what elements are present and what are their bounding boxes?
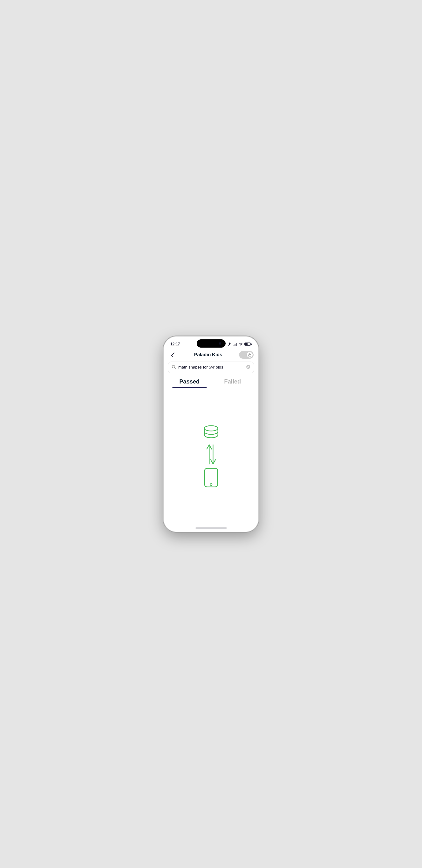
back-chevron-icon [171, 352, 176, 357]
home-indicator [164, 525, 258, 532]
dynamic-island-camera [219, 342, 221, 345]
back-button[interactable] [168, 350, 177, 359]
mobile-phone-icon [203, 467, 220, 488]
search-input[interactable]: math shapes for 5yr olds [178, 365, 244, 370]
clear-icon[interactable] [246, 365, 250, 370]
sync-illustration [201, 425, 221, 488]
dynamic-island [197, 339, 226, 348]
svg-line-3 [174, 368, 175, 369]
battery-icon [245, 343, 252, 346]
phone-frame: 12:17 [164, 337, 258, 532]
header-title: Paladin Kids [194, 352, 222, 358]
svg-point-7 [204, 426, 218, 431]
lock-toggle[interactable] [239, 351, 254, 359]
svg-rect-10 [205, 468, 218, 487]
header: Paladin Kids [164, 348, 258, 362]
database-icon [201, 425, 221, 441]
sync-arrows-icon [204, 442, 218, 466]
status-icons [228, 342, 252, 346]
lock-toggle-knob [247, 352, 253, 358]
tab-failed[interactable]: Failed [211, 377, 254, 388]
status-time: 12:17 [170, 342, 180, 346]
search-icon [172, 365, 176, 370]
wifi-icon [238, 343, 243, 346]
svg-point-11 [210, 484, 212, 486]
tab-passed[interactable]: Passed [168, 377, 211, 388]
search-bar[interactable]: math shapes for 5yr olds [168, 362, 254, 373]
home-bar [195, 527, 227, 529]
mute-icon [228, 342, 231, 346]
search-container: math shapes for 5yr olds [164, 362, 258, 377]
phone-screen: 12:17 [164, 337, 258, 532]
svg-rect-1 [249, 354, 251, 356]
main-content [164, 388, 258, 525]
tabs-container: Passed Failed [168, 377, 254, 388]
lock-icon [248, 353, 251, 356]
signal-icon [233, 343, 237, 346]
